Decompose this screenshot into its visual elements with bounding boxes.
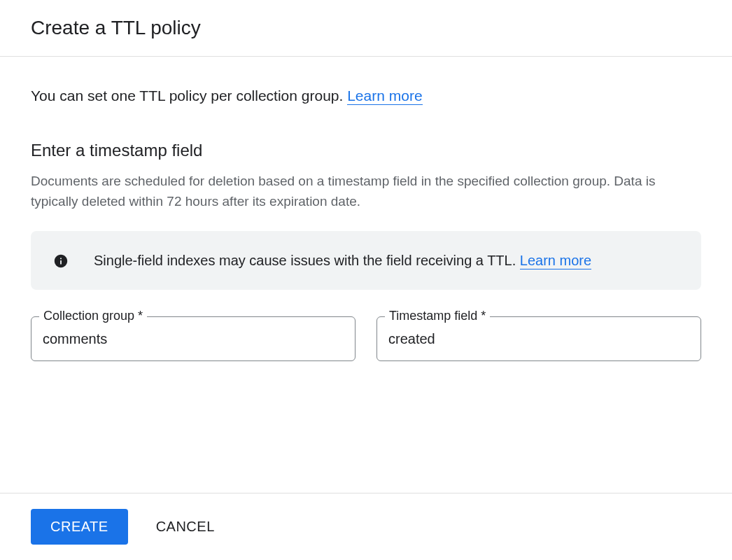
section-title: Enter a timestamp field — [31, 141, 701, 160]
timestamp-field-label: Timestamp field * — [385, 309, 490, 323]
info-box: Single-field indexes may cause issues wi… — [31, 231, 701, 290]
create-button[interactable]: CREATE — [31, 509, 128, 545]
dialog-content: You can set one TTL policy per collectio… — [0, 57, 732, 493]
section-description: Documents are scheduled for deletion bas… — [31, 172, 701, 211]
dialog-header: Create a TTL policy — [0, 0, 732, 57]
intro-text-content: You can set one TTL policy per collectio… — [31, 88, 347, 104]
info-text: Single-field indexes may cause issues wi… — [94, 249, 591, 272]
info-text-content: Single-field indexes may cause issues wi… — [94, 253, 520, 268]
intro-learn-more-link[interactable]: Learn more — [347, 88, 422, 105]
info-learn-more-link[interactable]: Learn more — [520, 253, 591, 270]
intro-text: You can set one TTL policy per collectio… — [31, 88, 701, 104]
dialog-title: Create a TTL policy — [31, 17, 701, 39]
fields-row: Collection group * Timestamp field * — [31, 316, 701, 361]
cancel-button[interactable]: CANCEL — [156, 519, 215, 535]
info-icon — [53, 253, 69, 269]
dialog-footer: CREATE CANCEL — [0, 493, 732, 560]
collection-group-field-wrapper: Collection group * — [31, 316, 356, 361]
collection-group-label: Collection group * — [39, 309, 147, 323]
timestamp-field-wrapper: Timestamp field * — [376, 316, 701, 361]
